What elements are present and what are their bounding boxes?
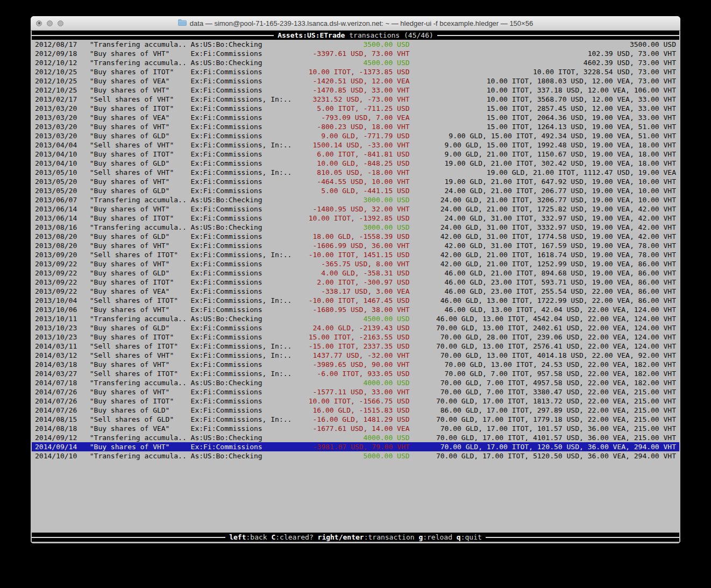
transaction-row[interactable]: 2014/07/18 "Transfering accumula.. As:US… xyxy=(32,378,679,387)
transaction-row[interactable]: 2013/03/20 "Buy shares of ITOT" Ex:Fi:Co… xyxy=(32,104,679,113)
transaction-other-accounts: Ex:Fi:Commissions xyxy=(191,86,296,95)
transaction-change-amount: 3000.00 USD xyxy=(296,195,409,204)
transaction-change-amount: 5.00 GLD, -441.15 USD xyxy=(296,186,409,195)
transaction-row[interactable]: 2013/03/20 "Buy shares of VHT" Ex:Fi:Com… xyxy=(32,122,679,131)
transaction-date: 2014/07/18 xyxy=(35,378,90,387)
transaction-row[interactable]: 2012/09/18 "Buy shares of VHT" Ex:Fi:Com… xyxy=(32,49,679,58)
transaction-other-accounts: Ex:Fi:Commissions xyxy=(191,360,296,369)
transaction-row[interactable]: 2014/03/27 "Sell shares of ITOT" Ex:Fi:C… xyxy=(32,369,679,378)
transaction-row[interactable]: 2014/09/14 "Buy shares of VHT" Ex:Fi:Com… xyxy=(32,442,679,451)
folder-icon xyxy=(178,19,187,27)
transaction-change-amount: -1677.61 USD, 14.00 VEA xyxy=(296,424,409,433)
transaction-row[interactable]: 2013/10/06 "Buy shares of VHT" Ex:Fi:Com… xyxy=(32,305,679,314)
transaction-balance-amount: 19.00 GLD, 21.00 ITOT, 302.42 USD, 19.00… xyxy=(410,159,676,168)
transaction-row[interactable]: 2013/08/16 "Transfering accumula.. As:US… xyxy=(32,223,679,232)
header-rule-left xyxy=(32,35,274,36)
footer-rule-right xyxy=(486,537,679,538)
transaction-change-amount: 4000.00 USD xyxy=(296,378,409,387)
transaction-row[interactable]: 2013/09/22 "Buy shares of VHT" Ex:Fi:Com… xyxy=(32,259,679,268)
transaction-other-accounts: As:US:Bo:Checking xyxy=(191,378,296,387)
transaction-row[interactable]: 2013/09/22 "Buy shares of ITOT" Ex:Fi:Co… xyxy=(32,278,679,287)
transaction-row[interactable]: 2014/09/12 "Transfering accumula.. As:US… xyxy=(32,433,679,442)
transaction-row[interactable]: 2013/09/22 "Buy shares of GLD" Ex:Fi:Com… xyxy=(32,268,679,278)
transaction-change-amount: 3231.52 USD, -73.00 VHT xyxy=(296,95,409,104)
transaction-row[interactable]: 2013/05/10 "Sell shares of VHT" Ex:Fi:Co… xyxy=(32,168,679,177)
transaction-row[interactable]: 2013/04/10 "Buy shares of ITOT" Ex:Fi:Co… xyxy=(32,150,679,159)
transaction-row[interactable]: 2013/10/23 "Buy shares of GLD" Ex:Fi:Com… xyxy=(32,323,679,332)
transaction-row[interactable]: 2014/07/26 "Buy shares of VHT" Ex:Fi:Com… xyxy=(32,387,679,396)
transaction-description: "Buy shares of VHT" xyxy=(90,86,191,95)
transaction-date: 2013/09/22 xyxy=(35,278,90,287)
transaction-date: 2014/07/26 xyxy=(35,387,90,396)
transaction-row[interactable]: 2013/03/20 "Buy shares of VEA" Ex:Fi:Com… xyxy=(32,113,679,122)
transaction-row[interactable]: 2013/08/20 "Buy shares of GLD" Ex:Fi:Com… xyxy=(32,232,679,241)
transaction-description: "Buy shares of VHT" xyxy=(90,177,191,186)
transaction-row[interactable]: 2013/09/20 "Sell shares of ITOT" Ex:Fi:C… xyxy=(32,250,679,259)
transaction-change-amount: -3397.61 USD, 73.00 VHT xyxy=(296,49,409,58)
transaction-other-accounts: Ex:Fi:Commissions xyxy=(191,113,296,122)
transaction-row[interactable]: 2012/10/25 "Buy shares of VEA" Ex:Fi:Com… xyxy=(32,76,679,86)
transaction-balance-amount: 10.00 ITOT, 337.18 USD, 12.00 VEA, 106.0… xyxy=(410,86,676,95)
transaction-row[interactable]: 2013/05/20 "Buy shares of VHT" Ex:Fi:Com… xyxy=(32,177,679,186)
transaction-other-accounts: Ex:Fi:Commissions xyxy=(191,287,296,296)
transaction-row[interactable]: 2012/10/12 "Transfering accumula.. As:US… xyxy=(32,58,679,67)
transaction-other-accounts: Ex:Fi:Commissions xyxy=(191,305,296,314)
transaction-change-amount: 9.00 GLD, -771.79 USD xyxy=(296,131,409,140)
transaction-other-accounts: Ex:Fi:Commissions xyxy=(191,104,296,113)
transaction-row[interactable]: 2013/05/20 "Buy shares of GLD" Ex:Fi:Com… xyxy=(32,186,679,195)
transaction-row[interactable]: 2013/03/20 "Buy shares of GLD" Ex:Fi:Com… xyxy=(32,131,679,140)
screen-header-bar: Assets:US:ETradetransactions (45/46) xyxy=(32,31,679,40)
transaction-row[interactable]: 2013/10/11 "Transfering accumula.. As:US… xyxy=(32,314,679,323)
minimize-button[interactable] xyxy=(47,20,53,26)
transaction-date: 2014/09/14 xyxy=(35,442,90,451)
transaction-change-amount: -1480.95 USD, 32.00 VHT xyxy=(296,204,409,214)
transaction-other-accounts: As:US:Bo:Checking xyxy=(191,223,296,232)
window-titlebar[interactable]: data — simon@pool-71-165-239-133.lsanca.… xyxy=(31,16,680,31)
transaction-date: 2013/09/20 xyxy=(35,250,90,259)
transaction-change-amount: -1606.99 USD, 36.00 VHT xyxy=(296,241,409,250)
transaction-balance-amount: 70.00 GLD, 17.00 ITOT, 101.57 USD, 36.00… xyxy=(410,424,676,433)
transaction-row[interactable]: 2013/02/17 "Sell shares of VHT" Ex:Fi:Co… xyxy=(32,95,679,104)
transaction-row[interactable]: 2013/04/04 "Sell shares of VHT" Ex:Fi:Co… xyxy=(32,140,679,150)
transaction-row[interactable]: 2013/06/07 "Transfering accumula.. As:US… xyxy=(32,195,679,204)
screen-account-name: Assets:US:ETrade xyxy=(278,31,345,39)
transaction-balance-amount: 70.00 GLD, 13.00 ITOT, 2402.61 USD, 22.0… xyxy=(410,323,676,332)
transaction-row[interactable]: 2012/10/25 "Buy shares of ITOT" Ex:Fi:Co… xyxy=(32,67,679,76)
transaction-other-accounts: Ex:Fi:Commissions, In:.. xyxy=(191,415,296,424)
transaction-balance-amount: 15.00 ITOT, 2857.45 USD, 12.00 VEA, 33.0… xyxy=(410,104,676,113)
transaction-row[interactable]: 2013/10/23 "Buy shares of ITOT" Ex:Fi:Co… xyxy=(32,332,679,342)
transaction-row[interactable]: 2012/10/25 "Buy shares of VHT" Ex:Fi:Com… xyxy=(32,86,679,95)
transaction-row[interactable]: 2013/09/22 "Buy shares of VEA" Ex:Fi:Com… xyxy=(32,287,679,296)
transaction-row[interactable]: 2014/08/18 "Buy shares of VEA" Ex:Fi:Com… xyxy=(32,424,679,433)
transaction-row[interactable]: 2013/10/04 "Sell shares of ITOT" Ex:Fi:C… xyxy=(32,296,679,305)
transaction-row[interactable]: 2014/07/26 "Buy shares of ITOT" Ex:Fi:Co… xyxy=(32,396,679,406)
transaction-other-accounts: Ex:Fi:Commissions xyxy=(191,159,296,168)
transaction-row[interactable]: 2014/03/12 "Sell shares of VHT" Ex:Fi:Co… xyxy=(32,351,679,360)
transaction-row[interactable]: 2014/10/10 "Transfering accumula.. As:US… xyxy=(32,451,679,461)
close-button[interactable] xyxy=(36,20,42,26)
transaction-date: 2014/10/10 xyxy=(35,451,90,461)
transaction-row[interactable]: 2014/07/26 "Buy shares of GLD" Ex:Fi:Com… xyxy=(32,406,679,415)
transaction-row[interactable]: 2014/03/18 "Buy shares of VHT" Ex:Fi:Com… xyxy=(32,360,679,369)
zoom-button[interactable] xyxy=(58,20,63,26)
transaction-date: 2013/05/20 xyxy=(35,186,90,195)
transaction-row[interactable]: 2014/08/15 "Sell shares of GLD" Ex:Fi:Co… xyxy=(32,415,679,424)
transaction-row[interactable]: 2013/06/14 "Buy shares of ITOT" Ex:Fi:Co… xyxy=(32,214,679,223)
transaction-other-accounts: Ex:Fi:Commissions xyxy=(191,323,296,332)
transaction-date: 2013/10/11 xyxy=(35,314,90,323)
transaction-row[interactable]: 2013/06/14 "Buy shares of VHT" Ex:Fi:Com… xyxy=(32,204,679,214)
transaction-balance-amount: 24.00 GLD, 31.00 ITOT, 3332.97 USD, 19.0… xyxy=(410,223,676,232)
transaction-date: 2013/05/10 xyxy=(35,168,90,177)
transaction-row[interactable]: 2014/03/11 "Sell shares of ITOT" Ex:Fi:C… xyxy=(32,342,679,351)
transaction-description: "Buy shares of VHT" xyxy=(90,360,191,369)
transaction-row[interactable]: 2013/08/20 "Buy shares of VHT" Ex:Fi:Com… xyxy=(32,241,679,250)
transaction-other-accounts: Ex:Fi:Commissions, In:.. xyxy=(191,369,296,378)
transaction-date: 2012/08/17 xyxy=(35,40,90,49)
transaction-description: "Sell shares of ITOT" xyxy=(90,369,191,378)
transaction-date: 2013/03/20 xyxy=(35,131,90,140)
transaction-change-amount: -1680.95 USD, 38.00 VHT xyxy=(296,305,409,314)
transaction-description: "Buy shares of VEA" xyxy=(90,424,191,433)
transaction-row[interactable]: 2012/08/17 "Transfering accumula.. As:US… xyxy=(32,40,679,49)
transaction-row[interactable]: 2013/04/10 "Buy shares of GLD" Ex:Fi:Com… xyxy=(32,159,679,168)
transaction-other-accounts: Ex:Fi:Commissions xyxy=(191,387,296,396)
